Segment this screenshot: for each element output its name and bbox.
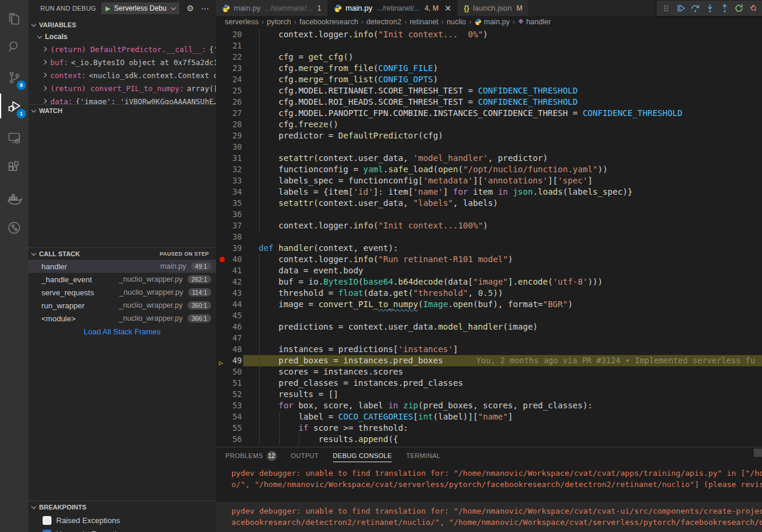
line-number[interactable]: 54	[216, 411, 242, 423]
breakpoint-checkbox[interactable]	[43, 530, 51, 532]
line-number[interactable]: 20	[216, 29, 242, 40]
line-number[interactable]: 43	[216, 288, 242, 299]
code-line[interactable]: 22 cfg = get_cfg()	[216, 51, 762, 63]
code-line[interactable]: 50 scores = instances.scores	[216, 366, 762, 378]
panel-tab-terminal[interactable]: TERMINAL	[406, 447, 440, 464]
breakpoint-row[interactable]: Raised Exceptions	[28, 514, 216, 527]
line-number[interactable]: 56	[216, 434, 242, 445]
code-line[interactable]: 33 labels_spec = functionconfig['metadat…	[216, 175, 762, 186]
scope-locals[interactable]: Locals	[28, 31, 216, 43]
code-line[interactable]: 53 for box, score, label in zip(pred_box…	[216, 400, 762, 411]
line-number[interactable]: 32	[216, 164, 242, 175]
code-line[interactable]: 21	[216, 40, 762, 51]
code-line[interactable]: 42 buf = io.BytesIO(base64.b64decode(dat…	[216, 276, 762, 288]
remote-explorer-icon[interactable]	[0, 124, 28, 151]
stack-frame-row[interactable]: run_wrapper_nuclio_wrapper.py360:1	[28, 299, 216, 312]
breakpoints-header[interactable]: BREAKPOINTS	[28, 501, 216, 513]
line-number[interactable]: 46	[216, 321, 242, 333]
code-line[interactable]: 26 cfg.MODEL.ROI_HEADS.SCORE_THRESH_TEST…	[216, 96, 762, 108]
watch-header[interactable]: WATCH	[28, 105, 216, 117]
breakpoint-checkbox[interactable]	[43, 516, 51, 525]
line-number[interactable]: 53	[216, 400, 242, 411]
code-line[interactable]: 31 setattr(context.user_data, 'model_han…	[216, 153, 762, 164]
code-line[interactable]: 32 functionconfig = yaml.safe_load(open(…	[216, 164, 762, 175]
code-line[interactable]: 52 results = []	[216, 389, 762, 400]
code-line[interactable]: 24 cfg.merge_from_list(CONFIG_OPTS)	[216, 74, 762, 85]
line-number[interactable]: 25	[216, 85, 242, 96]
line-number[interactable]: 50	[216, 366, 242, 378]
code-line[interactable]: 29 predictor = DefaultPredictor(cfg)	[216, 130, 762, 141]
close-icon[interactable]: ✕	[444, 4, 451, 12]
line-number[interactable]: 33	[216, 175, 242, 186]
continue-button[interactable]	[674, 1, 689, 15]
code-line[interactable]: 38	[216, 231, 762, 243]
line-number[interactable]: 39	[216, 243, 242, 254]
code-line[interactable]: 47	[216, 333, 762, 344]
variables-header[interactable]: VARIABLES	[28, 19, 216, 31]
breadcrumb-item[interactable]: detectron2	[366, 18, 401, 26]
line-number[interactable]: 35	[216, 198, 242, 209]
stack-frame-row[interactable]: handlermain.py49:1	[28, 260, 216, 273]
launch-config-dropdown[interactable]: ▶ Serverless Debu	[101, 2, 179, 14]
code-line[interactable]: 30	[216, 141, 762, 153]
step-into-button[interactable]	[703, 1, 718, 15]
variable-row[interactable]: data:{'image': 'iVBORw0KGgoAAAANSUhE…	[28, 95, 216, 104]
editor-tab[interactable]: main.py.../siammask/...1	[216, 0, 327, 16]
code-line[interactable]: 54 label = COCO_CATEGORIES[int(label)]["…	[216, 411, 762, 423]
panel-scrollbar[interactable]	[754, 449, 762, 457]
call-stack-header[interactable]: CALL STACK PAUSED ON STEP	[28, 248, 216, 260]
code-line[interactable]: 48 instances = predictions['instances']	[216, 344, 762, 355]
line-number[interactable]: 44	[216, 299, 242, 310]
docker-icon[interactable]	[0, 186, 28, 213]
line-number[interactable]: 37	[216, 220, 242, 231]
variable-row[interactable]: (return) DefaultPredictor.__call__:{'ins…	[28, 43, 216, 56]
code-line[interactable]: 23 cfg.merge_from_file(CONFIG_FILE)	[216, 63, 762, 74]
line-number[interactable]: 49	[216, 355, 242, 366]
line-number[interactable]: 51	[216, 378, 242, 389]
line-number[interactable]: 47	[216, 333, 242, 344]
code-line[interactable]: 28 cfg.freeze()	[216, 119, 762, 130]
line-number[interactable]: 27	[216, 108, 242, 119]
breadcrumb-item[interactable]: retinanet	[409, 18, 438, 26]
test-explorer-icon[interactable]	[0, 214, 28, 241]
restart-button[interactable]	[732, 1, 747, 15]
breadcrumb-item[interactable]: main.py	[474, 18, 510, 26]
code-line[interactable]: 46 predictions = context.user_data.model…	[216, 321, 762, 333]
code-line[interactable]: 35 setattr(context.user_data, "labels", …	[216, 198, 762, 209]
source-control-icon[interactable]: 8	[0, 64, 28, 91]
panel-tab-output[interactable]: OUTPUT	[291, 447, 319, 464]
run-and-debug-icon[interactable]: 1	[0, 92, 28, 120]
line-number[interactable]: 52	[216, 389, 242, 400]
breadcrumb-item[interactable]: pytorch	[267, 18, 291, 26]
code-line[interactable]: 34 labels = {item['id']: item['name'] fo…	[216, 186, 762, 198]
line-number[interactable]: 28	[216, 119, 242, 130]
code-line[interactable]: 40 context.logger.info("Run retinanet-R1…	[216, 254, 762, 265]
code-line[interactable]: ▷49 pred_boxes = instances.pred_boxesYou…	[216, 355, 762, 366]
code-line[interactable]: 56 results.append({	[216, 434, 762, 445]
disconnect-button[interactable]	[746, 1, 761, 15]
code-line[interactable]: 39def handler(context, event):	[216, 243, 762, 254]
line-number[interactable]: 23	[216, 63, 242, 74]
line-number[interactable]: 36	[216, 209, 242, 220]
start-debug-icon[interactable]: ▶	[105, 5, 110, 12]
breadcrumb-item[interactable]: nuclio	[447, 18, 466, 26]
line-number[interactable]: 30	[216, 141, 242, 153]
breadcrumb-item[interactable]: ❖handler	[518, 18, 551, 26]
code-line[interactable]: 41 data = event.body	[216, 265, 762, 276]
extensions-icon[interactable]	[0, 154, 28, 181]
step-over-button[interactable]	[688, 1, 703, 15]
line-number[interactable]: 22	[216, 51, 242, 63]
code-line[interactable]: 51 pred_classes = instances.pred_classes	[216, 378, 762, 389]
variable-row[interactable]: buf:<_io.BytesIO object at 0x7f5a2dc1ecc…	[28, 56, 216, 69]
line-number[interactable]: 42	[216, 276, 242, 288]
variable-row[interactable]: context:<nuclio_sdk.context.Context obje…	[28, 69, 216, 82]
editor-tab[interactable]: {}launch.jsonM	[458, 0, 528, 16]
toolbar-grip[interactable]	[659, 1, 674, 15]
panel-tab-debug-console[interactable]: DEBUG CONSOLE	[333, 447, 392, 464]
editor-tab[interactable]: main.py.../retinanet/...4, M✕	[328, 0, 457, 16]
panel-tab-problems[interactable]: PROBLEMS12	[225, 447, 277, 464]
code-line[interactable]: 37 context.logger.info("Init context...1…	[216, 220, 762, 231]
stack-frame-row[interactable]: _handle_event_nuclio_wrapper.py262:1	[28, 273, 216, 286]
code-line[interactable]: 44 image = convert_PIL_to_numpy(Image.op…	[216, 299, 762, 310]
code-editor[interactable]: 20 context.logger.info("Init context... …	[216, 27, 762, 447]
